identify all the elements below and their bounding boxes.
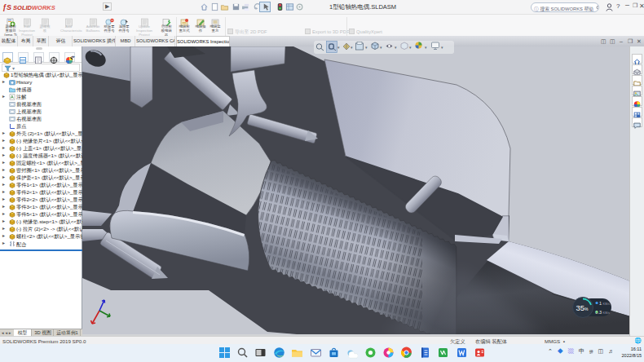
svg-text:1 KB/s: 1 KB/s xyxy=(599,301,610,306)
svg-text:0.3 KB/s: 0.3 KB/s xyxy=(595,310,610,315)
